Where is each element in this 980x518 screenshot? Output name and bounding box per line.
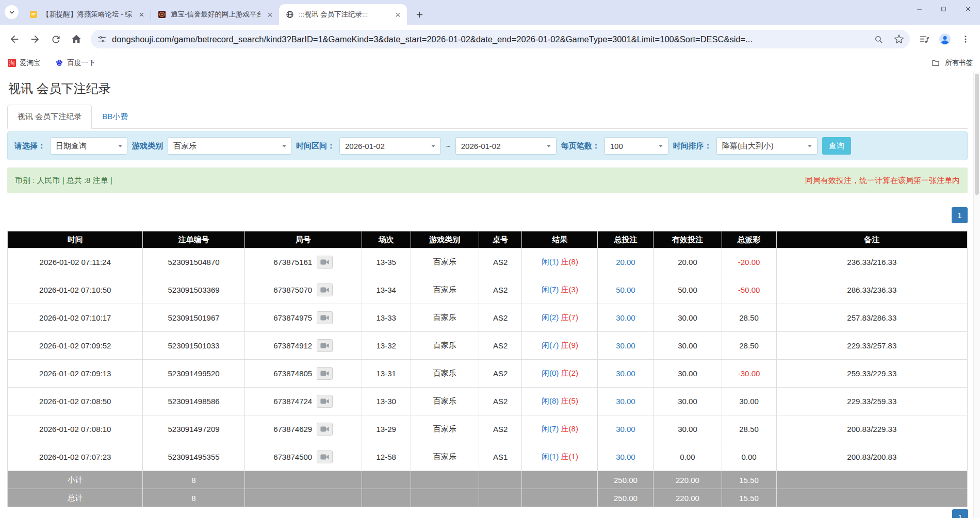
scrollbar-thumb[interactable] bbox=[975, 74, 979, 195]
table-row: 2026-01-02 07:07:23523091495355673874500… bbox=[8, 443, 968, 471]
new-tab-button[interactable] bbox=[412, 7, 427, 22]
cell-remark: 257.83/286.33 bbox=[776, 304, 967, 332]
date-start-select[interactable]: 2026-01-02 bbox=[339, 137, 440, 155]
page-title: 视讯 会员下注纪录 bbox=[8, 80, 968, 97]
cell-result: 闲(1) 庄(8) bbox=[522, 248, 598, 276]
maximize-icon bbox=[940, 6, 947, 12]
cell-bet-no: 523091504870 bbox=[143, 248, 244, 276]
window-maximize-button[interactable] bbox=[932, 0, 956, 18]
search-button[interactable]: 查询 bbox=[822, 137, 851, 155]
video-replay-button[interactable] bbox=[317, 367, 333, 380]
cell-time: 2026-01-02 07:10:50 bbox=[8, 276, 143, 304]
profile-avatar[interactable] bbox=[935, 29, 955, 49]
cell-bet-no: 523091497209 bbox=[143, 415, 244, 443]
cell-game-type: 百家乐 bbox=[411, 360, 479, 388]
url-text[interactable]: dongshouji.com/game/betrecord_search/kin… bbox=[112, 35, 865, 44]
bookmark-star-button[interactable] bbox=[891, 31, 907, 47]
back-button[interactable] bbox=[4, 29, 25, 49]
browser-tab-active[interactable]: :::视讯 会员下注纪录::: bbox=[279, 4, 407, 25]
browser-menu-button[interactable] bbox=[955, 29, 976, 49]
grand-total-count: 8 bbox=[143, 489, 244, 507]
tab-bet-records[interactable]: 视讯 会员下注纪录 bbox=[7, 105, 92, 129]
video-replay-button[interactable] bbox=[317, 423, 333, 436]
all-bookmarks-label[interactable]: 所有书签 bbox=[945, 58, 973, 68]
tab-title: :::视讯 会员下注纪录::: bbox=[299, 10, 388, 19]
tab-close-icon[interactable] bbox=[393, 10, 403, 20]
camera-icon bbox=[320, 398, 329, 405]
camera-icon bbox=[320, 370, 329, 377]
game-type-label: 游戏类别 bbox=[132, 141, 163, 151]
browser-tab-1[interactable]: 【新提醒】海燕策略论坛 - 综合 bbox=[23, 4, 151, 25]
video-replay-button[interactable] bbox=[317, 395, 333, 408]
scrollbar[interactable] bbox=[973, 72, 980, 518]
table-row: 2026-01-02 07:09:13523091499520673874805… bbox=[8, 360, 968, 388]
window-close-button[interactable] bbox=[956, 0, 980, 18]
camera-icon bbox=[320, 287, 329, 293]
video-replay-button[interactable] bbox=[317, 256, 333, 269]
summary-bar: 币别 : 人民币 | 总共 :8 注单 | 同局有效投注，统一计算在该局第一张注… bbox=[7, 168, 968, 193]
forward-button[interactable] bbox=[25, 29, 45, 49]
cell-bet-no: 523091498586 bbox=[143, 388, 244, 415]
video-replay-button[interactable] bbox=[317, 283, 333, 296]
grand-total-total-bet: 250.00 bbox=[598, 489, 654, 507]
refresh-button[interactable] bbox=[45, 29, 66, 49]
table-header-row: 时间 注单编号 局号 场次 游戏类别 桌号 结果 总投注 有效投注 总派彩 备注 bbox=[8, 231, 968, 248]
page-number-button[interactable]: 1 bbox=[952, 207, 968, 223]
window-minimize-button[interactable] bbox=[907, 0, 932, 18]
address-bar[interactable]: dongshouji.com/game/betrecord_search/kin… bbox=[91, 30, 910, 48]
cell-game-type: 百家乐 bbox=[411, 388, 479, 415]
column-header: 注单编号 bbox=[143, 231, 244, 248]
subtotal-row: 小计 8 250.00 220.00 15.50 bbox=[8, 471, 968, 489]
date-end-select[interactable]: 2026-01-02 bbox=[455, 137, 557, 155]
forum-favicon-icon bbox=[29, 10, 38, 19]
page-size-select[interactable]: 100 bbox=[605, 137, 668, 155]
cell-valid-bet: 30.00 bbox=[654, 415, 722, 443]
cell-round-no: 673874629 bbox=[244, 415, 362, 443]
sort-order-label: 时间排序： bbox=[673, 141, 712, 151]
home-button[interactable] bbox=[66, 29, 87, 49]
browser-tab-strip: 【新提醒】海燕策略论坛 - 综合 通宝-信誉最好的网上游戏平台 :::视讯 会员… bbox=[0, 0, 980, 25]
cell-valid-bet: 0.00 bbox=[654, 443, 722, 471]
video-replay-button[interactable] bbox=[317, 311, 333, 324]
cell-round-no: 673874500 bbox=[244, 443, 362, 471]
tab-search-button[interactable] bbox=[5, 5, 19, 19]
page-number-button[interactable]: 1 bbox=[952, 509, 968, 518]
cell-time: 2026-01-02 07:07:23 bbox=[8, 443, 143, 471]
cell-remark: 259.33/229.33 bbox=[776, 360, 967, 388]
tab-close-icon[interactable] bbox=[137, 10, 146, 20]
notice-text: 同局有效投注，统一计算在该局第一张注单内 bbox=[805, 176, 960, 186]
subtotal-label: 小计 bbox=[8, 471, 143, 489]
cell-result: 闲(7) 庄(9) bbox=[522, 332, 598, 360]
dropdown-arrow-icon bbox=[654, 145, 668, 147]
column-header: 场次 bbox=[362, 231, 411, 248]
table-row: 2026-01-02 07:11:24523091504870673875161… bbox=[8, 248, 968, 276]
cell-payout: 28.50 bbox=[722, 332, 776, 360]
camera-icon bbox=[320, 342, 329, 349]
dropdown-arrow-icon bbox=[277, 145, 291, 147]
cell-result: 闲(7) 庄(3) bbox=[522, 276, 598, 304]
taobao-icon: 淘 bbox=[7, 59, 16, 68]
pagination-bottom: 1 bbox=[952, 509, 968, 518]
subtotal-count: 8 bbox=[143, 471, 244, 489]
page-tab-bar: 视讯 会员下注纪录 BB小费 bbox=[7, 105, 968, 129]
video-replay-button[interactable] bbox=[317, 450, 333, 463]
cell-payout: 0.00 bbox=[722, 443, 776, 471]
plus-icon bbox=[416, 11, 423, 19]
sort-order-select[interactable]: 降冪(由大到小) bbox=[716, 137, 818, 155]
cell-remark: 229.33/257.83 bbox=[776, 332, 967, 360]
cell-table-no: AS2 bbox=[479, 248, 522, 276]
video-replay-button[interactable] bbox=[317, 339, 333, 352]
tab-close-icon[interactable] bbox=[265, 10, 275, 20]
browser-tab-2[interactable]: 通宝-信誉最好的网上游戏平台 bbox=[151, 4, 279, 25]
bookmark-taobao[interactable]: 淘 爱淘宝 bbox=[7, 58, 41, 68]
tab-bb-tip[interactable]: BB小费 bbox=[92, 105, 138, 129]
media-controls-button[interactable] bbox=[914, 29, 935, 49]
cell-session: 13-33 bbox=[362, 304, 411, 332]
zoom-page-button[interactable] bbox=[871, 31, 886, 47]
cell-session: 13-31 bbox=[362, 360, 411, 388]
cell-payout: 28.50 bbox=[722, 304, 776, 332]
game-type-select[interactable]: 百家乐 bbox=[168, 137, 291, 155]
minimize-icon bbox=[916, 6, 923, 12]
query-mode-select[interactable]: 日期查询 bbox=[50, 137, 127, 155]
bookmark-baidu[interactable]: du 百度一下 bbox=[55, 58, 95, 68]
